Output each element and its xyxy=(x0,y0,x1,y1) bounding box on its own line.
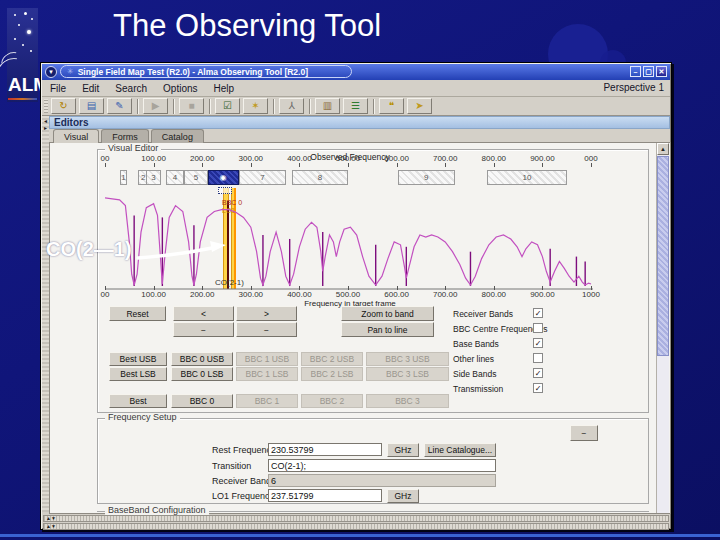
menu-bar: FileEditSearchOptionsHelp Perspective 1 xyxy=(42,80,670,97)
checkbox-receiver-bands[interactable]: ✓ xyxy=(533,308,543,318)
best-usb-button[interactable]: Best USB xyxy=(109,352,167,366)
zoom-out-button[interactable]: < xyxy=(173,306,234,321)
scroll-arrows-icon[interactable]: ▲▼ xyxy=(46,523,56,529)
horizontal-scrollbar[interactable]: ▲▼ xyxy=(43,515,669,522)
tick-label: 1000 xyxy=(582,290,600,299)
bbc-3-lsb-button: BBC 3 LSB xyxy=(366,367,449,381)
band-5[interactable]: 5 xyxy=(184,170,207,185)
band-10[interactable]: 10 xyxy=(487,170,566,185)
logo-stripe xyxy=(8,98,37,100)
vertical-scrollbar[interactable]: ▲ xyxy=(656,143,669,513)
best-button[interactable]: Best xyxy=(109,394,167,408)
band-8[interactable]: 8 xyxy=(292,170,348,185)
toolbar: ↻▤✎▶■☑✶⅄▥☰❝➤ xyxy=(42,97,670,116)
open-project-icon[interactable]: ▤ xyxy=(79,98,104,114)
bbc-0-usb-button[interactable]: BBC 0 USB xyxy=(171,352,233,366)
reset-button[interactable]: Reset xyxy=(109,306,166,321)
validate-icon[interactable]: ☑ xyxy=(215,98,240,114)
best-lsb-button[interactable]: Best LSB xyxy=(109,367,167,381)
pan-left-button[interactable]: − xyxy=(173,322,234,337)
tick-label: 900.00 xyxy=(530,290,554,299)
tab-catalog[interactable]: Catalog xyxy=(151,129,204,143)
checkbox-side-bands[interactable]: ✓ xyxy=(533,368,543,378)
scroll-arrows-icon[interactable]: ▲▼ xyxy=(46,515,56,521)
band-3[interactable]: 3 xyxy=(146,170,162,185)
toolbar-separator xyxy=(309,99,310,114)
report-icon[interactable]: ▥ xyxy=(315,98,340,114)
tick-mark xyxy=(445,163,446,167)
alma-logo: ALMA xyxy=(7,8,38,102)
tab-visual[interactable]: Visual xyxy=(53,129,99,143)
bbc-0-lsb-button[interactable]: BBC 0 LSB xyxy=(171,367,233,381)
run-icon: ▶ xyxy=(143,98,168,114)
menu-options[interactable]: Options xyxy=(155,83,205,94)
checkbox-transmission[interactable]: ✓ xyxy=(533,383,543,393)
tree-icon[interactable]: ⅄ xyxy=(279,98,304,114)
rest-frequency-input[interactable] xyxy=(268,443,382,456)
menu-help[interactable]: Help xyxy=(206,83,243,94)
slide-bottom-rule xyxy=(0,534,720,537)
line-catalogue-button[interactable]: Line Catalogue... xyxy=(424,443,496,457)
comment-icon[interactable]: ❝ xyxy=(379,98,404,114)
tick-mark xyxy=(348,163,349,167)
checkbox-other-lines[interactable] xyxy=(533,353,543,363)
tick-label: 300.00 xyxy=(239,154,263,163)
menu-items: FileEditSearchOptionsHelp xyxy=(42,83,242,94)
editors-panel-header: Editors xyxy=(49,116,670,129)
tick-label: 100.00 xyxy=(141,290,165,299)
wand-icon[interactable]: ✶ xyxy=(243,98,268,114)
lo1-frequency-unit-button[interactable]: GHz xyxy=(387,489,419,503)
tick-mark xyxy=(251,163,252,167)
toolbar-grip[interactable] xyxy=(44,99,48,113)
pan-right-button[interactable]: − xyxy=(236,322,297,337)
panel-splitter[interactable]: ◂ ▸ xyxy=(42,116,49,512)
edit-icon[interactable]: ✎ xyxy=(107,98,132,114)
transition-input[interactable] xyxy=(268,459,496,472)
pan-to-line-button[interactable]: Pan to line xyxy=(341,322,434,337)
perspective-label[interactable]: Perspective 1 xyxy=(603,82,664,93)
band-9[interactable]: 9 xyxy=(398,170,455,185)
tick-label: 800.00 xyxy=(482,290,506,299)
menu-file[interactable]: File xyxy=(42,83,74,94)
horizontal-scrollbar[interactable]: ▲▼ xyxy=(43,523,669,530)
send-icon[interactable]: ➤ xyxy=(407,98,432,114)
title-bar[interactable]: ▼ ✳ Single Field Map Test (R2.0) - Alma … xyxy=(42,64,670,80)
tick-label: 00 xyxy=(101,154,110,163)
band-1[interactable]: 1 xyxy=(120,170,127,185)
slide: ALMA The Observing Tool ▼ ✳ Single Field… xyxy=(0,0,720,540)
zoom-in-button[interactable]: > xyxy=(236,306,297,321)
menu-search[interactable]: Search xyxy=(107,83,155,94)
menu-edit[interactable]: Edit xyxy=(74,83,107,94)
rest-frequency-unit-button[interactable]: GHz xyxy=(387,443,419,457)
checkbox-base-bands[interactable]: ✓ xyxy=(533,338,543,348)
tab-forms[interactable]: Forms xyxy=(101,129,149,143)
band-7[interactable]: 7 xyxy=(239,170,287,185)
bbc-2-lsb-button: BBC 2 LSB xyxy=(301,367,363,381)
editor-tabs: VisualFormsCatalog xyxy=(53,129,204,143)
toolbar-separator xyxy=(209,99,210,114)
collapse-right-icon[interactable]: ▸ xyxy=(42,125,49,131)
bbc-0-button[interactable]: BBC 0 xyxy=(171,394,233,408)
library-icon[interactable]: ☰ xyxy=(343,98,368,114)
close-button[interactable]: ✕ xyxy=(656,66,667,77)
band-4[interactable]: 4 xyxy=(166,170,184,185)
refresh-icon[interactable]: ↻ xyxy=(51,98,76,114)
collapse-button[interactable]: − xyxy=(570,425,598,441)
checkbox-label-side-bands: Side Bands xyxy=(453,369,496,379)
scroll-up-icon[interactable]: ▲ xyxy=(657,143,669,155)
lo1-frequency-input[interactable] xyxy=(268,489,382,502)
zoom-to-band-button[interactable]: Zoom to band xyxy=(341,306,434,321)
checkbox-label-other-lines: Other lines xyxy=(453,354,494,364)
receiver-band-label: Receiver Band xyxy=(212,476,271,486)
band-6[interactable]: ◉ xyxy=(208,170,239,185)
collapse-left-icon[interactable]: ◂ xyxy=(42,118,49,124)
minimize-button[interactable]: – xyxy=(630,66,641,77)
bbc-1-lsb-button: BBC 1 LSB xyxy=(236,367,298,381)
toolbar-separator xyxy=(273,99,274,114)
checkbox-bbc-centre-frequencies[interactable] xyxy=(533,323,543,333)
window-menu-button[interactable]: ▼ xyxy=(45,66,57,78)
tick-label: 400.00 xyxy=(287,290,311,299)
co-line-label: CO(2-1) xyxy=(215,279,244,287)
maximize-button[interactable]: ▢ xyxy=(643,66,654,77)
scrollbar-thumb[interactable] xyxy=(657,156,669,356)
